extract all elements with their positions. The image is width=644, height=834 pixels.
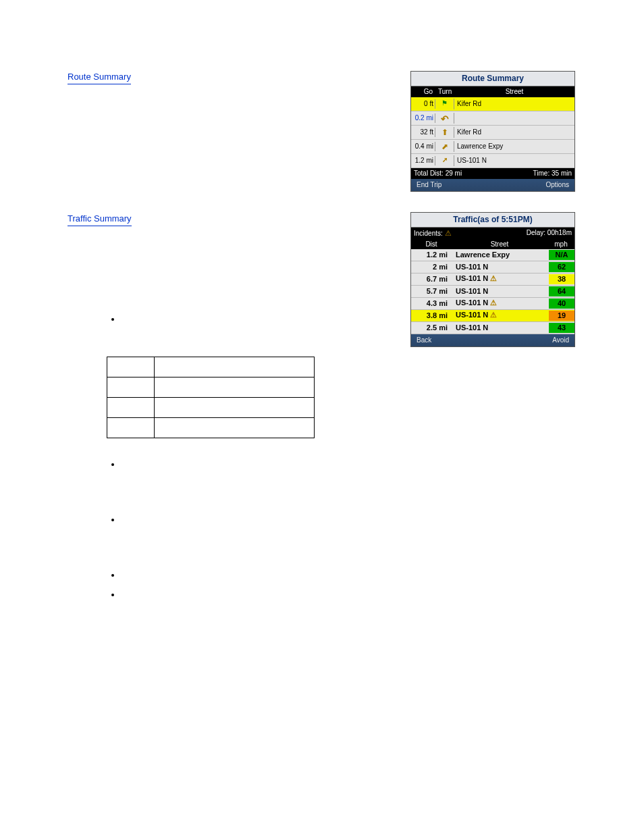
traffic-mph: 40 bbox=[549, 298, 574, 309]
col-dist: Dist bbox=[411, 240, 452, 249]
turn-icon-cell bbox=[435, 127, 454, 138]
route-street: US-101 N bbox=[454, 156, 574, 165]
table-row bbox=[107, 377, 315, 398]
delay-label: Delay: 00h18m bbox=[527, 228, 572, 239]
route-row[interactable]: 0.4 miLawrence Expy bbox=[411, 140, 574, 154]
traffic-distance: 1.2 mi bbox=[411, 250, 452, 260]
traffic-distance: 2.5 mi bbox=[411, 323, 452, 333]
traffic-row[interactable]: 1.2 miLawrence ExpyN/A bbox=[411, 249, 574, 261]
legend-header-color: Color bbox=[107, 357, 155, 377]
uturn-icon bbox=[439, 113, 450, 124]
col-mph: mph bbox=[547, 240, 574, 249]
device-footer: Total Dist: 29 mi Time: 35 min bbox=[411, 168, 574, 179]
section1-body bbox=[68, 88, 392, 199]
softkey-options[interactable]: Options bbox=[546, 180, 569, 190]
traffic-street: US-101 N bbox=[452, 298, 549, 309]
turn-icon-cell bbox=[435, 155, 454, 166]
softkey-avoid[interactable]: Avoid bbox=[552, 336, 569, 345]
route-street: Lawrence Expy bbox=[454, 142, 574, 151]
total-dist: Total Dist: 29 mi bbox=[414, 169, 462, 178]
device-title: Route Summary bbox=[411, 72, 574, 86]
traffic-row[interactable]: 3.8 miUS-101 N 19 bbox=[411, 310, 574, 322]
list-item bbox=[122, 514, 412, 538]
incidents-label: Incidents: bbox=[414, 228, 456, 239]
section2-body bbox=[68, 230, 392, 304]
col-street: Street bbox=[452, 240, 547, 249]
traffic-street: US-101 N bbox=[452, 323, 549, 333]
traffic-distance: 4.3 mi bbox=[411, 298, 452, 309]
route-street: Kifer Rd bbox=[454, 99, 574, 109]
route-distance: 0.4 mi bbox=[411, 142, 435, 151]
detail-list bbox=[122, 313, 412, 325]
traffic-mph: 64 bbox=[549, 286, 574, 296]
table-row bbox=[107, 397, 315, 417]
traffic-row[interactable]: 2.5 miUS-101 N43 bbox=[411, 322, 574, 334]
traffic-mph: 43 bbox=[549, 323, 574, 333]
col-go: Go bbox=[411, 86, 435, 97]
legend-header-speed: Speed Range bbox=[155, 357, 315, 377]
turn-icon-cell bbox=[435, 99, 454, 109]
route-row[interactable]: 0.2 mi bbox=[411, 111, 574, 126]
curve-r-icon bbox=[439, 155, 450, 166]
device-softkeys: Back Avoid bbox=[411, 334, 574, 346]
traffic-distance: 5.7 mi bbox=[411, 286, 452, 296]
traffic-distance: 6.7 mi bbox=[411, 274, 452, 284]
device-columns: Go Turn Street bbox=[411, 86, 574, 97]
traffic-street: US-101 N bbox=[452, 262, 549, 272]
traffic-row[interactable]: 2 miUS-101 N62 bbox=[411, 261, 574, 273]
list-item bbox=[122, 459, 412, 483]
route-distance: 0 ft bbox=[411, 99, 435, 109]
upturn-icon bbox=[439, 141, 450, 152]
traffic-row[interactable]: 5.7 miUS-101 N64 bbox=[411, 286, 574, 298]
route-row[interactable]: 32 ftKifer Rd bbox=[411, 126, 574, 140]
flag-icon bbox=[439, 99, 450, 109]
device-title: Traffic(as of 5:51PM) bbox=[411, 213, 574, 228]
route-distance: 0.2 mi bbox=[411, 113, 435, 123]
route-distance: 1.2 mi bbox=[411, 156, 435, 165]
traffic-row[interactable]: 6.7 miUS-101 N 38 bbox=[411, 273, 574, 286]
color-legend-table: Color Speed Range bbox=[107, 357, 315, 438]
traffic-mph: 62 bbox=[549, 262, 574, 272]
detail-list-cont bbox=[122, 459, 412, 601]
traffic-distance: 3.8 mi bbox=[411, 311, 452, 321]
softkey-end-trip[interactable]: End Trip bbox=[417, 180, 441, 190]
traffic-street: US-101 N bbox=[452, 273, 549, 284]
device-traffic-summary: Traffic(as of 5:51PM) Incidents: Delay: … bbox=[410, 212, 575, 347]
turn-icon-cell bbox=[435, 113, 454, 124]
traffic-mph: 38 bbox=[549, 274, 574, 284]
traffic-mph: N/A bbox=[549, 250, 574, 260]
warn-icon bbox=[490, 310, 501, 321]
list-item bbox=[122, 589, 412, 601]
route-row[interactable]: 0 ftKifer Rd bbox=[411, 97, 574, 111]
warn-icon bbox=[490, 273, 501, 284]
warn-icon bbox=[445, 228, 456, 239]
list-item bbox=[122, 569, 412, 581]
device-route-summary: Route Summary Go Turn Street 0 ftKifer R… bbox=[410, 71, 575, 192]
traffic-street: US-101 N bbox=[452, 286, 549, 296]
route-street: Kifer Rd bbox=[454, 128, 574, 137]
turn-icon-cell bbox=[435, 141, 454, 152]
table-row bbox=[107, 417, 315, 438]
col-turn: Turn bbox=[435, 86, 454, 97]
traffic-street: Lawrence Expy bbox=[452, 250, 549, 260]
route-distance: 32 ft bbox=[411, 128, 435, 137]
up-icon bbox=[439, 127, 450, 138]
traffic-mph: 19 bbox=[549, 311, 574, 321]
route-row[interactable]: 1.2 miUS-101 N bbox=[411, 154, 574, 168]
link-route-summary[interactable]: Route Summary bbox=[68, 71, 131, 84]
warn-icon bbox=[490, 298, 501, 309]
device-softkeys: End Trip Options bbox=[411, 179, 574, 191]
total-time: Time: 35 min bbox=[533, 169, 572, 178]
traffic-distance: 2 mi bbox=[411, 262, 452, 272]
col-street: Street bbox=[454, 86, 574, 97]
link-traffic-summary[interactable]: Traffic Summary bbox=[68, 213, 132, 226]
traffic-columns: Dist Street mph bbox=[411, 240, 574, 249]
traffic-street: US-101 N bbox=[452, 310, 549, 321]
traffic-header: Incidents: Delay: 00h18m bbox=[411, 228, 574, 240]
list-item bbox=[122, 313, 412, 325]
table-row: Color Speed Range bbox=[107, 357, 315, 377]
traffic-row[interactable]: 4.3 miUS-101 N 40 bbox=[411, 298, 574, 310]
softkey-back[interactable]: Back bbox=[417, 336, 431, 345]
